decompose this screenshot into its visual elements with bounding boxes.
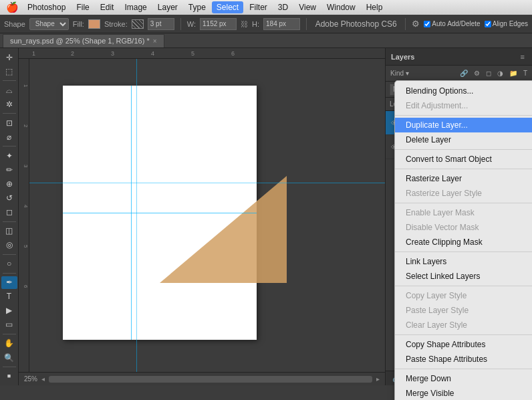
tool-sep7 (3, 334, 16, 334)
stroke-size-input[interactable] (148, 18, 174, 30)
tool-sep3 (3, 146, 16, 146)
menu-window[interactable]: Window (322, 1, 360, 13)
eyedropper-tool[interactable]: ⌀ (1, 130, 17, 143)
menu-filter[interactable]: Filter (245, 1, 272, 13)
ctx-merge-visible[interactable]: Merge Visible (395, 386, 532, 400)
menu-view[interactable]: View (294, 1, 321, 13)
fill-swatch[interactable] (88, 19, 100, 29)
options-bar: Shape Shape Fill: Stroke: W: ⛓ H: Adobe … (0, 15, 532, 33)
menu-type[interactable]: Type (184, 1, 211, 13)
zoom-level: 25% (24, 375, 37, 383)
ctx-merge-down[interactable]: Merge Down (395, 371, 532, 386)
pen-tool[interactable]: ✒ (1, 276, 17, 289)
magic-wand-tool[interactable]: ✲ (1, 98, 17, 110)
gradient-tool[interactable]: ◫ (1, 225, 17, 237)
menu-image[interactable]: Image (120, 1, 151, 13)
ctx-sep7 (395, 334, 532, 335)
move-tool[interactable]: ✛ (1, 51, 17, 64)
ruler-horizontal: 1 2 3 4 5 6 (19, 48, 385, 59)
ctx-delete-layer[interactable]: Delete Layer (395, 132, 532, 147)
ruler-v-mark-1: 1 (19, 66, 29, 106)
layer-kind-filter[interactable]: Kind ▾ (388, 69, 411, 78)
layers-panel-header: Layers ≡ (386, 48, 532, 66)
auto-add-checkbox[interactable]: Auto Add/Delete (424, 20, 480, 27)
ctx-select-linked[interactable]: Select Linked Layers (395, 269, 532, 284)
ruler-v-canvas: 1 2 3 4 5 6 (19, 59, 385, 372)
apple-menu[interactable]: 🍎 (5, 0, 19, 15)
ctx-sep4 (395, 203, 532, 203)
ctx-convert-smart-object[interactable]: Convert to Smart Object (395, 152, 532, 167)
dodge-tool[interactable]: ○ (1, 258, 17, 270)
ctx-sep8 (395, 369, 532, 369)
path-select-tool[interactable]: ▶ (1, 304, 17, 317)
ctx-sep6 (395, 286, 532, 286)
history-tool[interactable]: ↺ (1, 192, 17, 205)
fg-color[interactable]: ■ (1, 370, 17, 383)
menu-edit[interactable]: Edit (96, 1, 119, 13)
selection-tool[interactable]: ⬚ (1, 65, 17, 78)
ctx-edit-adjustment: Edit Adjustment... (395, 98, 532, 113)
ctx-blending-options[interactable]: Blending Options... (395, 84, 532, 98)
brush-tool[interactable]: ✏ (1, 163, 17, 176)
menu-photoshop[interactable]: Photoshop (23, 1, 70, 13)
menu-help[interactable]: Help (362, 1, 388, 13)
shape-select[interactable]: Shape (29, 18, 69, 30)
eraser-tool[interactable]: ◻ (1, 206, 17, 219)
align-edges-checkbox[interactable]: Align Edges (485, 20, 528, 27)
scroll-bar-h[interactable] (49, 376, 372, 383)
layer-fx-btn[interactable]: ⚙ (472, 69, 482, 78)
menu-3d[interactable]: 3D (273, 1, 293, 13)
text-tool[interactable]: T (1, 290, 17, 303)
width-input[interactable] (200, 18, 237, 30)
ctx-copy-style: Copy Layer Style (395, 288, 532, 303)
ruler-vertical: 1 2 3 4 5 6 (19, 59, 29, 372)
layer-adj-btn[interactable]: ◑ (495, 69, 505, 78)
tool-sep2 (3, 113, 16, 114)
ctx-duplicate-layer[interactable]: Duplicate Layer... (395, 118, 532, 132)
shape-tool[interactable]: ▭ (1, 318, 17, 331)
shape-layer (160, 176, 287, 283)
clone-tool[interactable]: ⊕ (1, 177, 17, 190)
tool-sep4 (3, 221, 16, 222)
settings-icon[interactable]: ⚙ (412, 19, 420, 29)
layers-title: Layers (391, 53, 414, 61)
crop-tool[interactable]: ⊡ (1, 116, 17, 129)
panel-collapse-btn[interactable]: ≡ (519, 52, 527, 62)
lasso-tool[interactable]: ⌓ (1, 84, 17, 96)
menu-bar: 🍎 Photoshop File Edit Image Layer Type S… (0, 0, 532, 15)
tool-sep8 (3, 367, 16, 367)
ctx-enable-mask: Enable Layer Mask (395, 205, 532, 220)
zoom-icon[interactable]: ◂ (41, 375, 45, 383)
tab-close-btn[interactable]: × (153, 37, 157, 45)
divider2 (306, 18, 307, 30)
zoom-tool[interactable]: 🔍 (1, 351, 17, 364)
context-menu: Blending Options... Edit Adjustment... D… (394, 80, 532, 400)
tab-bar: sun_rays.psd @ 25% (Shape 1, RGB/16) * × (0, 33, 532, 48)
ctx-rasterize-layer[interactable]: Rasterize Layer (395, 171, 532, 186)
document-tab[interactable]: sun_rays.psd @ 25% (Shape 1, RGB/16) * × (3, 34, 164, 47)
ctx-copy-shape[interactable]: Copy Shape Attributes (395, 337, 532, 352)
blur-tool[interactable]: ◎ (1, 239, 17, 252)
scroll-right-icon[interactable]: ▸ (376, 375, 380, 383)
menu-select[interactable]: Select (212, 1, 243, 13)
ctx-paste-style: Paste Layer Style (395, 303, 532, 318)
layer-mask-btn[interactable]: ◻ (484, 69, 493, 78)
stroke-swatch[interactable] (132, 19, 144, 29)
menu-layer[interactable]: Layer (153, 1, 182, 13)
ctx-disable-vector: Disable Vector Mask (395, 220, 532, 235)
ctx-create-clipping[interactable]: Create Clipping Mask (395, 235, 532, 249)
ruler-v-mark-4: 4 (19, 186, 29, 226)
ctx-sep3 (395, 169, 532, 169)
canvas-scroll[interactable] (29, 59, 385, 372)
layer-type-btn[interactable]: T (521, 69, 529, 78)
layer-link-btn[interactable]: 🔗 (458, 69, 470, 78)
menu-file[interactable]: File (72, 1, 94, 13)
hand-tool[interactable]: ✋ (1, 337, 17, 350)
width-label: W: (187, 20, 196, 28)
healing-tool[interactable]: ✦ (1, 149, 17, 162)
layer-group-btn[interactable]: 📁 (507, 69, 519, 78)
ctx-link-layers[interactable]: Link Layers (395, 254, 532, 269)
height-input[interactable] (263, 18, 300, 30)
ctx-paste-shape[interactable]: Paste Shape Attributes (395, 352, 532, 367)
ruler-v-mark-3: 3 (19, 146, 29, 186)
